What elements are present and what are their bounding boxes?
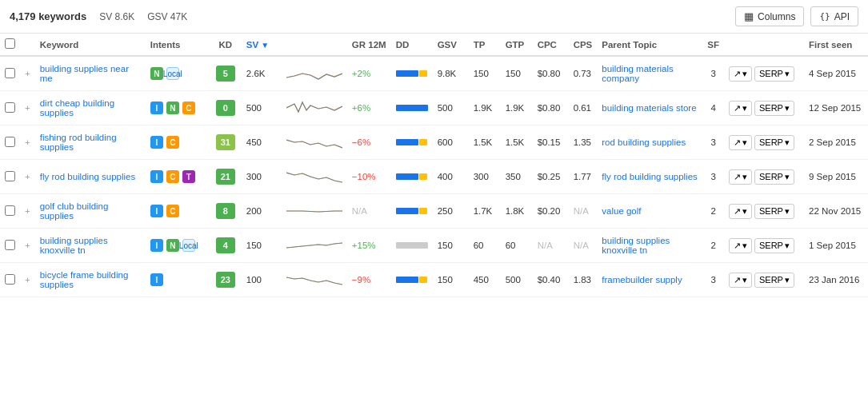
add-keyword-icon[interactable]: + <box>25 206 30 216</box>
row-checkbox[interactable] <box>5 102 15 113</box>
row-keyword-cell: bicycle frame building supplies <box>35 263 146 297</box>
serp-button[interactable]: SERP ▾ <box>754 238 794 253</box>
api-button[interactable]: {} API <box>810 6 858 26</box>
parent-topic-link[interactable]: value golf <box>602 206 641 216</box>
row-gsv-cell: 150 <box>433 263 469 297</box>
trend-button[interactable]: ↗ ▾ <box>729 204 752 219</box>
row-chart-cell <box>282 263 347 297</box>
row-cpc-cell: $0.15 <box>533 125 569 160</box>
row-sv-cell: 2.6K <box>242 56 282 91</box>
row-cps-cell: 0.73 <box>569 56 598 91</box>
top-bar-right: ▦ Columns {} API <box>735 6 858 26</box>
add-keyword-icon[interactable]: + <box>25 137 30 147</box>
parent-topic-link[interactable]: building materials company <box>602 64 674 83</box>
serp-button[interactable]: SERP ▾ <box>754 169 794 185</box>
add-keyword-icon[interactable]: + <box>25 275 30 285</box>
serp-dropdown-icon: ▾ <box>785 172 790 182</box>
keyword-link[interactable]: fishing rod building supplies <box>40 133 117 152</box>
th-sv[interactable]: SV ▼ <box>242 34 282 56</box>
trend-button[interactable]: ↗ ▾ <box>729 169 752 185</box>
serp-button[interactable]: SERP ▾ <box>754 135 794 150</box>
row-actions-cell: ↗ ▾ SERP ▾ <box>724 194 804 229</box>
th-checkbox <box>0 34 20 56</box>
row-keyword-cell: fishing rod building supplies <box>35 125 146 160</box>
trend-button[interactable]: ↗ ▾ <box>729 101 752 116</box>
row-add-cell: + <box>20 263 35 297</box>
th-cpc: CPC <box>533 34 569 56</box>
trend-dropdown-icon: ▾ <box>742 103 747 113</box>
keyword-link[interactable]: golf club building supplies <box>40 201 109 221</box>
row-checkbox[interactable] <box>5 205 15 216</box>
columns-icon: ▦ <box>744 10 754 22</box>
trend-button[interactable]: ↗ ▾ <box>729 273 752 288</box>
select-all-checkbox[interactable] <box>5 38 15 49</box>
row-kd-cell: 4 <box>210 229 242 263</box>
row-actions-cell: ↗ ▾ SERP ▾ <box>724 160 804 194</box>
row-first-seen-cell: 1 Sep 2015 <box>804 229 868 263</box>
row-gsv-cell: 150 <box>433 229 469 263</box>
trend-button[interactable]: ↗ ▾ <box>729 135 752 150</box>
gr-value: −10% <box>352 172 376 181</box>
row-actions-cell: ↗ ▾ SERP ▾ <box>724 91 804 125</box>
gsv-value: 250 <box>438 206 453 216</box>
gr-value: −6% <box>352 137 370 147</box>
row-gtp-cell: 350 <box>501 160 533 194</box>
row-gsv-cell: 500 <box>433 91 469 125</box>
keyword-link[interactable]: dirt cheap building supplies <box>40 98 114 117</box>
add-keyword-icon[interactable]: + <box>25 241 30 250</box>
keyword-link[interactable]: bicycle frame building supplies <box>40 270 129 289</box>
th-sf: SF <box>702 34 724 56</box>
cps-value: 0.61 <box>574 103 591 113</box>
row-chart-cell <box>282 160 347 194</box>
first-seen-value: 9 Sep 2015 <box>809 172 856 181</box>
row-actions-cell: ↗ ▾ SERP ▾ <box>724 56 804 91</box>
row-chart-cell <box>282 125 347 160</box>
gtp-value: 150 <box>506 69 521 78</box>
row-kd-cell: 5 <box>210 56 242 91</box>
row-checkbox[interactable] <box>5 240 15 250</box>
row-gtp-cell: 60 <box>501 229 533 263</box>
row-gr-cell: +2% <box>347 56 391 91</box>
th-first-seen: First seen <box>804 34 868 56</box>
serp-button[interactable]: SERP ▾ <box>754 101 794 116</box>
trend-button[interactable]: ↗ ▾ <box>729 238 752 253</box>
add-keyword-icon[interactable]: + <box>25 69 30 78</box>
sort-arrow-sv: ▼ <box>261 41 269 50</box>
parent-topic-link[interactable]: rod building supplies <box>602 137 686 147</box>
serp-label: SERP <box>759 241 783 250</box>
gtp-value: 1.9K <box>506 103 525 113</box>
keyword-link[interactable]: fly rod building supplies <box>40 172 136 181</box>
row-gr-cell: +6% <box>347 91 391 125</box>
cpc-value: N/A <box>538 241 553 250</box>
columns-button[interactable]: ▦ Columns <box>735 6 804 26</box>
row-checkbox-cell <box>0 56 20 91</box>
gsv-value: 9.8K <box>438 69 457 78</box>
row-add-cell: + <box>20 194 35 229</box>
row-checkbox[interactable] <box>5 68 15 78</box>
trend-icon: ↗ <box>734 137 741 148</box>
sf-value: 2 <box>710 206 715 216</box>
row-checkbox[interactable] <box>5 274 15 285</box>
intent-i-badge: I <box>150 273 163 286</box>
parent-topic-link[interactable]: framebuilder supply <box>602 275 682 285</box>
sv-value: 150 <box>246 241 262 250</box>
serp-button[interactable]: SERP ▾ <box>754 273 794 288</box>
row-add-cell: + <box>20 56 35 91</box>
row-checkbox[interactable] <box>5 171 15 181</box>
trend-button[interactable]: ↗ ▾ <box>729 66 752 82</box>
parent-topic-link[interactable]: building supplies knoxville tn <box>602 236 670 255</box>
serp-button[interactable]: SERP ▾ <box>754 204 794 219</box>
parent-topic-link[interactable]: building materials store <box>602 103 696 113</box>
parent-topic-link[interactable]: fly rod building supplies <box>602 172 698 181</box>
gsv-value: 150 <box>438 241 453 250</box>
add-keyword-icon[interactable]: + <box>25 103 30 113</box>
gr-value: +15% <box>352 241 376 250</box>
sf-value: 3 <box>710 172 715 181</box>
keyword-link[interactable]: building supplies near me <box>40 64 129 83</box>
row-checkbox[interactable] <box>5 137 15 147</box>
keyword-link[interactable]: building supplies knoxville tn <box>40 236 108 255</box>
row-dd-cell <box>391 160 433 194</box>
add-keyword-icon[interactable]: + <box>25 172 30 181</box>
th-keyword: Keyword <box>35 34 146 56</box>
serp-button[interactable]: SERP ▾ <box>754 66 794 82</box>
